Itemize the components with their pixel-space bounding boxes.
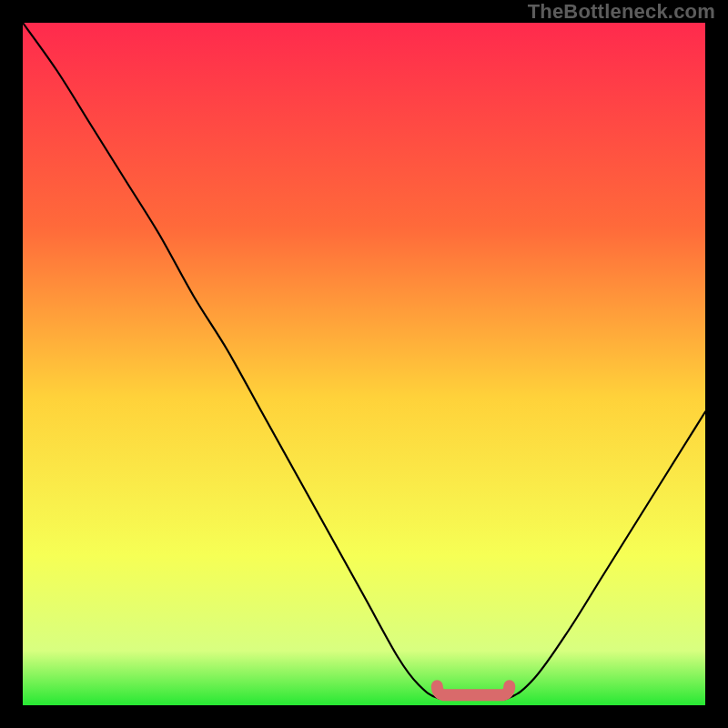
bottleneck-chart (23, 23, 705, 705)
gradient-background (23, 23, 705, 705)
chart-frame (11, 11, 717, 717)
watermark-text: TheBottleneck.com (528, 0, 715, 24)
